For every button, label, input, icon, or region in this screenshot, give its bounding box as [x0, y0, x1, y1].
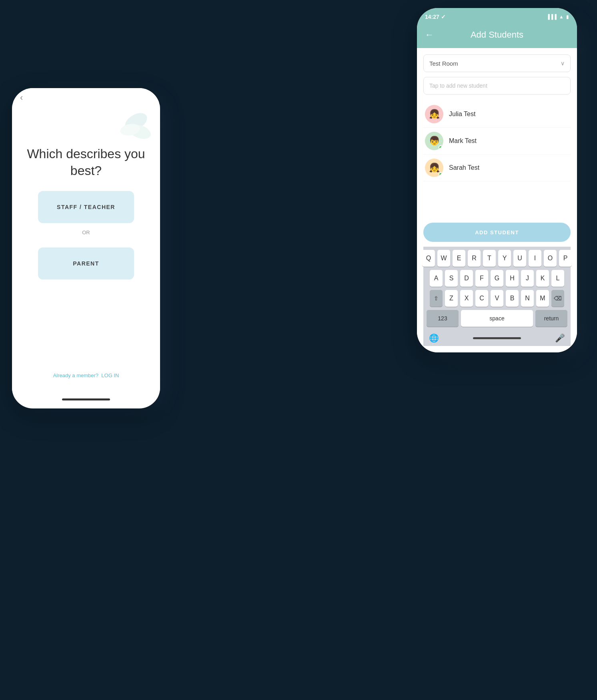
right-status-bar: 14:27 ✓ ▐▐▐ ▲ ▮ [417, 8, 577, 26]
key-z[interactable]: Z [445, 290, 458, 307]
which-describes-title: Which describes you best? [24, 146, 148, 179]
key-e[interactable]: E [453, 250, 465, 267]
student-name-julia: Julia Test [449, 111, 475, 118]
already-member-text: Already a member? LOG IN [53, 372, 119, 378]
header-title: Add Students [471, 30, 523, 40]
key-i[interactable]: I [529, 250, 541, 267]
student-item-sarah[interactable]: 👧 Sarah Test [423, 155, 571, 181]
globe-icon[interactable]: 🌐 [429, 333, 439, 343]
key-g[interactable]: G [491, 270, 503, 287]
key-s[interactable]: S [445, 270, 458, 287]
key-f[interactable]: F [475, 270, 488, 287]
status-icons: ▐▐▐ ▲ ▮ [547, 14, 569, 20]
key-l[interactable]: L [551, 270, 564, 287]
avatar-sarah: 👧 [425, 159, 443, 177]
key-x[interactable]: X [460, 290, 473, 307]
key-v[interactable]: V [491, 290, 503, 307]
student-item-mark[interactable]: 👦 Mark Test [423, 128, 571, 155]
key-a[interactable]: A [430, 270, 443, 287]
key-t[interactable]: T [483, 250, 496, 267]
key-b[interactable]: B [506, 290, 519, 307]
key-h[interactable]: H [506, 270, 519, 287]
right-phone-header: ← Add Students [417, 26, 577, 48]
staff-teacher-button[interactable]: STAFF / TEACHER [38, 191, 134, 223]
staff-teacher-label: STAFF / TEACHER [57, 204, 115, 210]
left-phone: ‹ Which describes you best? STAFF / TEAC… [12, 88, 168, 416]
header-back-icon[interactable]: ← [425, 30, 434, 40]
login-link[interactable]: LOG IN [101, 372, 119, 378]
keyboard-row-2: A S D F G H J K L [425, 270, 569, 287]
online-dot-mark [439, 145, 443, 149]
key-j[interactable]: J [521, 270, 534, 287]
key-o[interactable]: O [544, 250, 557, 267]
key-w[interactable]: W [437, 250, 450, 267]
right-phone-body: Test Room ∨ Tap to add new student 👧 Jul… [417, 48, 577, 352]
key-m[interactable]: M [536, 290, 549, 307]
add-student-button[interactable]: ADD STUDENT [423, 223, 571, 242]
add-student-placeholder: Tap to add new student [429, 82, 487, 89]
right-phone: 14:27 ✓ ▐▐▐ ▲ ▮ ← Add Students Test Room… [417, 8, 585, 360]
wifi-icon: ▲ [559, 14, 564, 20]
signal-icon: ▐▐▐ [547, 14, 557, 20]
room-select-text: Test Room [429, 60, 458, 67]
decorative-leaves-icon [112, 110, 152, 146]
online-dot-sarah [439, 172, 443, 176]
keyboard-bottom: 🌐 🎤 [425, 330, 569, 344]
keyboard-row-3: ⇧ Z X C V B N M ⌫ [425, 290, 569, 307]
or-separator: OR [82, 229, 90, 235]
key-y[interactable]: Y [498, 250, 511, 267]
left-status-bar: ‹ [12, 88, 160, 106]
right-phone-frame: 14:27 ✓ ▐▐▐ ▲ ▮ ← Add Students Test Room… [417, 8, 577, 352]
key-d[interactable]: D [460, 270, 473, 287]
avatar-julia: 👧 [425, 105, 443, 123]
key-return[interactable]: return [535, 310, 567, 327]
key-k[interactable]: K [536, 270, 549, 287]
key-p[interactable]: P [559, 250, 572, 267]
key-u[interactable]: U [513, 250, 526, 267]
status-time: 14:27 ✓ [425, 14, 446, 20]
add-student-btn-label: ADD STUDENT [475, 229, 519, 235]
student-list: 👧 Julia Test 👦 Mark Test 👧 [423, 101, 571, 223]
key-r[interactable]: R [468, 250, 481, 267]
parent-label: PARENT [73, 260, 99, 267]
key-c[interactable]: C [475, 290, 488, 307]
add-student-input[interactable]: Tap to add new student [423, 77, 571, 95]
left-phone-content: Which describes you best? STAFF / TEACHE… [12, 106, 160, 398]
left-phone-frame: ‹ Which describes you best? STAFF / TEAC… [12, 88, 160, 408]
key-123[interactable]: 123 [427, 310, 459, 327]
key-shift[interactable]: ⇧ [430, 290, 443, 307]
key-delete[interactable]: ⌫ [551, 290, 564, 307]
student-item-julia[interactable]: 👧 Julia Test [423, 101, 571, 128]
avatar-mark: 👦 [425, 132, 443, 150]
student-name-mark: Mark Test [449, 137, 477, 145]
microphone-icon[interactable]: 🎤 [555, 333, 565, 343]
room-select-dropdown[interactable]: Test Room ∨ [423, 54, 571, 72]
home-bar [62, 398, 110, 400]
key-space[interactable]: space [461, 310, 533, 327]
keyboard: Q W E R T Y U I O P A S D F G H [423, 247, 571, 346]
chevron-down-icon: ∨ [561, 60, 565, 66]
home-bar-right [473, 337, 521, 339]
battery-icon: ▮ [566, 14, 569, 20]
keyboard-row-1: Q W E R T Y U I O P [425, 250, 569, 267]
key-n[interactable]: N [521, 290, 534, 307]
key-q[interactable]: Q [422, 250, 435, 267]
back-arrow-icon[interactable]: ‹ [20, 93, 23, 103]
parent-button[interactable]: PARENT [38, 247, 134, 280]
keyboard-row-4: 123 space return [425, 310, 569, 327]
student-name-sarah: Sarah Test [449, 164, 479, 171]
